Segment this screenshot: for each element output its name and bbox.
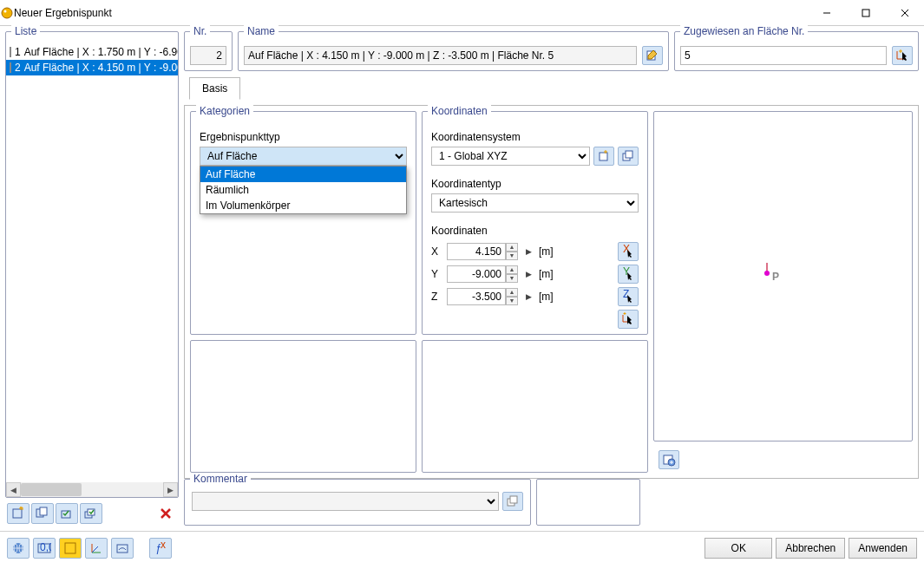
dropdown-option[interactable]: Räumlich <box>200 182 406 198</box>
koordinatensystem-select[interactable]: 1 - Global XYZ <box>431 147 590 166</box>
list-item[interactable]: 2 Auf Fläche | X : 4.150 m | Y : -9.00 <box>6 60 178 75</box>
kommentar-library-button[interactable] <box>502 492 523 511</box>
preview-panel: P <box>653 111 913 441</box>
preview-marker: P <box>758 261 783 288</box>
koordinatensystem-label: Koordinatensystem <box>431 131 639 143</box>
dropdown-option[interactable]: Auf Fläche <box>200 167 406 182</box>
pick-xyz-button[interactable] <box>618 310 639 329</box>
empty-panel-c <box>536 479 640 526</box>
tab-strip: Basis <box>184 76 919 101</box>
list-item-text: Auf Fläche | X : 1.750 m | Y : -6.90 <box>24 46 178 58</box>
koordinaten-values-label: Koordinaten <box>431 225 639 237</box>
svg-line-37 <box>92 546 98 553</box>
nr-input[interactable] <box>190 46 226 65</box>
svg-rect-38 <box>117 545 128 553</box>
cancel-button[interactable]: Abbrechen <box>776 538 845 559</box>
delete-item-button[interactable] <box>154 503 177 524</box>
help-button[interactable] <box>7 538 29 559</box>
step-icon[interactable]: ▶ <box>523 247 534 256</box>
koordinatentyp-label: Koordinatentyp <box>431 178 639 190</box>
minimize-button[interactable] <box>807 0 846 26</box>
scroll-right-arrow[interactable]: ▶ <box>163 482 178 497</box>
ok-button[interactable]: OK <box>704 538 772 559</box>
svg-text:0,00: 0,00 <box>40 541 51 553</box>
edit-name-button[interactable] <box>642 46 663 65</box>
svg-rect-6 <box>13 509 22 518</box>
x-input[interactable]: ▲▼ <box>447 243 518 260</box>
z-label: Z <box>431 291 442 303</box>
svg-text:x: x <box>161 541 166 551</box>
footer-bar: 0,00 ƒx OK Abbrechen Anwenden <box>0 531 924 564</box>
horizontal-scrollbar[interactable]: ◀ ▶ <box>6 482 178 497</box>
check-all-button[interactable] <box>80 503 102 524</box>
pick-y-button[interactable]: Y <box>618 265 639 284</box>
step-icon[interactable]: ▶ <box>523 270 534 278</box>
kommentar-panel: Kommentar <box>184 479 531 526</box>
svg-rect-15 <box>600 153 607 160</box>
step-icon[interactable]: ▶ <box>523 292 534 301</box>
apply-button[interactable]: Anwenden <box>849 538 917 559</box>
close-button[interactable] <box>885 0 924 26</box>
x-label: X <box>431 245 442 258</box>
scroll-left-arrow[interactable]: ◀ <box>6 482 21 497</box>
list-panel-title: Liste <box>11 25 40 37</box>
maximize-button[interactable] <box>846 0 885 26</box>
color-toggle-button[interactable] <box>59 538 82 559</box>
color-swatch <box>10 47 11 57</box>
cs-library-button[interactable] <box>618 147 639 166</box>
check-item-button[interactable] <box>56 503 78 524</box>
nr-panel: Nr. <box>184 31 233 71</box>
pick-x-button[interactable]: X <box>618 242 639 261</box>
kategorien-panel: Kategorien Ergebnispunkttyp Auf Fläche A… <box>190 111 416 335</box>
color-swatch <box>10 62 11 73</box>
window-title: Neuer Ergebnispunkt <box>14 7 807 19</box>
view-button[interactable] <box>111 538 134 559</box>
koordinaten-panel: Koordinaten Koordinatensystem 1 - Global… <box>422 111 648 335</box>
svg-rect-17 <box>626 151 632 158</box>
svg-rect-27 <box>510 496 517 503</box>
svg-rect-34 <box>65 543 75 553</box>
scroll-thumb[interactable] <box>21 483 82 496</box>
pick-z-button[interactable]: Z <box>618 287 639 306</box>
axis-button[interactable] <box>85 538 108 559</box>
kommentar-select[interactable] <box>192 492 499 511</box>
dropdown-option[interactable]: Im Volumenkörper <box>200 198 406 213</box>
name-title: Name <box>244 25 279 37</box>
koordinatentyp-select[interactable]: Kartesisch <box>431 193 639 213</box>
name-panel: Name <box>238 31 669 71</box>
function-button[interactable]: ƒx <box>149 538 172 559</box>
pick-surface-button[interactable] <box>892 46 913 65</box>
title-bar: Neuer Ergebnispunkt <box>0 0 924 26</box>
new-cs-button[interactable] <box>593 147 614 166</box>
y-label: Y <box>431 268 442 280</box>
koordinaten-title: Koordinaten <box>428 105 491 117</box>
copy-item-button[interactable] <box>31 503 54 524</box>
tab-basis[interactable]: Basis <box>189 77 240 100</box>
assign-panel: Zugewiesen an Fläche Nr. <box>674 31 919 71</box>
name-input[interactable] <box>244 46 637 65</box>
assign-input[interactable] <box>680 46 887 65</box>
preview-settings-button[interactable] <box>659 450 679 469</box>
list-item-num: 1 <box>15 46 21 58</box>
ergebnispunkttyp-label: Ergebnispunkttyp <box>200 131 407 143</box>
svg-rect-8 <box>40 507 47 515</box>
svg-point-1 <box>4 10 7 12</box>
svg-text:P: P <box>772 271 779 283</box>
list-item-text: Auf Fläche | X : 4.150 m | Y : -9.00 <box>24 62 178 74</box>
svg-point-0 <box>2 8 12 18</box>
new-item-button[interactable] <box>7 503 29 524</box>
list-item-num: 2 <box>15 62 21 74</box>
units-button[interactable]: 0,00 <box>33 538 56 559</box>
kommentar-title: Kommentar <box>190 473 251 485</box>
app-icon <box>0 6 14 20</box>
svg-rect-3 <box>862 10 869 16</box>
kategorien-title: Kategorien <box>196 105 253 117</box>
z-input[interactable]: ▲▼ <box>447 288 518 305</box>
ergebnispunkttyp-select[interactable]: Auf Fläche <box>200 147 407 166</box>
list-toolbar <box>5 501 179 526</box>
x-unit: [m] <box>539 245 554 258</box>
list-panel: Liste 1 Auf Fläche | X : 1.750 m | Y : -… <box>5 31 179 498</box>
list-item[interactable]: 1 Auf Fläche | X : 1.750 m | Y : -6.90 <box>6 44 178 60</box>
y-input[interactable]: ▲▼ <box>447 265 518 283</box>
assign-title: Zugewiesen an Fläche Nr. <box>680 25 808 37</box>
